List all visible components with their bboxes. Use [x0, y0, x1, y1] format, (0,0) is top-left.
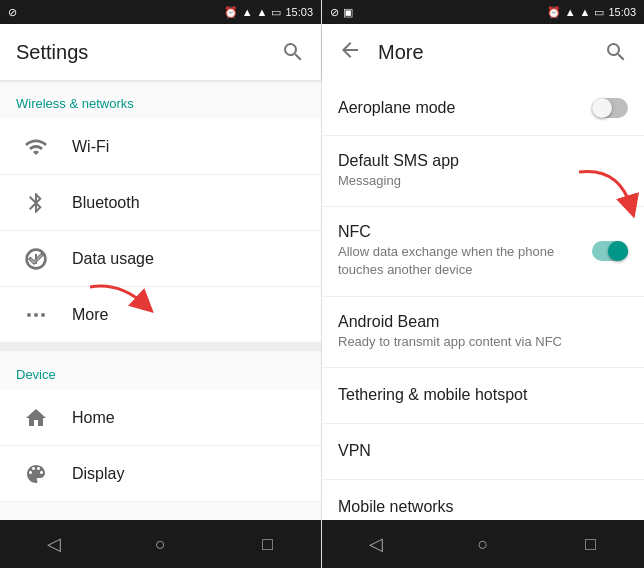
mobile-networks-text: Mobile networks	[338, 498, 628, 516]
more-icon	[16, 295, 56, 335]
vpn-item[interactable]: VPN	[322, 424, 644, 480]
wifi-text: Wi-Fi	[72, 138, 305, 156]
wifi-title: Wi-Fi	[72, 138, 305, 156]
mobile-networks-title: Mobile networks	[338, 498, 628, 516]
device-separator	[0, 343, 321, 351]
nfc-text: NFC Allow data exchange when the phone t…	[338, 223, 592, 279]
sidebar-item-bluetooth[interactable]: Bluetooth	[0, 175, 321, 231]
status-bar-right: ⊘ ▣ ⏰ ▲ ▲ ▭ 15:03	[322, 0, 644, 24]
nfc-toggle-thumb	[608, 241, 628, 261]
right-panel: ⊘ ▣ ⏰ ▲ ▲ ▭ 15:03 More Aeroplane	[322, 0, 644, 568]
battery-icon-r: ▭	[594, 6, 604, 19]
vpn-text: VPN	[338, 442, 628, 460]
wifi-status-icon-r: ▲	[565, 6, 576, 18]
back-button-toolbar[interactable]	[338, 38, 362, 67]
sidebar-item-data-usage[interactable]: Data usage	[0, 231, 321, 287]
status-bar-right-icons: ⏰ ▲ ▲ ▭ 15:03	[224, 6, 313, 19]
left-toolbar: Settings	[0, 24, 321, 80]
time-left: 15:03	[285, 6, 313, 18]
sms-text: Default SMS app Messaging	[338, 152, 628, 190]
right-content: Aeroplane mode Default SMS app Messaging…	[322, 80, 644, 520]
status-bar-right-right-icons: ⏰ ▲ ▲ ▭ 15:03	[547, 6, 636, 19]
bluetooth-text: Bluetooth	[72, 194, 305, 212]
recent-button-right[interactable]: □	[570, 524, 610, 564]
status-bar-left: ⊘ ⏰ ▲ ▲ ▭ 15:03	[0, 0, 321, 24]
mobile-networks-item[interactable]: Mobile networks	[322, 480, 644, 520]
android-beam-text: Android Beam Ready to transmit app conte…	[338, 313, 628, 351]
aeroplane-text: Aeroplane mode	[338, 99, 592, 117]
home-icon	[16, 398, 56, 438]
notification-icon: ⊘	[8, 6, 17, 19]
aeroplane-toggle[interactable]	[592, 98, 628, 118]
nfc-item[interactable]: NFC Allow data exchange when the phone t…	[322, 207, 644, 296]
search-button-right[interactable]	[604, 40, 628, 64]
right-toolbar: More	[322, 24, 644, 80]
vpn-title: VPN	[338, 442, 628, 460]
signal-icon: ▲	[257, 6, 268, 18]
data-usage-title: Data usage	[72, 250, 305, 268]
wireless-section-header: Wireless & networks	[0, 80, 321, 119]
svg-point-2	[41, 313, 45, 317]
aeroplane-item[interactable]: Aeroplane mode	[322, 80, 644, 136]
android-beam-subtitle: Ready to transmit app content via NFC	[338, 333, 628, 351]
display-text: Display	[72, 465, 305, 483]
back-button-left[interactable]: ◁	[34, 524, 74, 564]
sidebar-item-more[interactable]: More	[0, 287, 321, 343]
left-panel: ⊘ ⏰ ▲ ▲ ▭ 15:03 Settings Wireless & netw…	[0, 0, 322, 568]
aeroplane-title: Aeroplane mode	[338, 99, 592, 117]
sidebar-item-display[interactable]: Display	[0, 446, 321, 502]
left-content: Wireless & networks Wi-Fi Bluetooth	[0, 80, 321, 520]
battery-icon: ▭	[271, 6, 281, 19]
alarm-icon: ⏰	[224, 6, 238, 19]
nfc-subtitle: Allow data exchange when the phone touch…	[338, 243, 592, 279]
tethering-title: Tethering & mobile hotspot	[338, 386, 628, 404]
recent-button-left[interactable]: □	[248, 524, 288, 564]
bluetooth-title: Bluetooth	[72, 194, 305, 212]
alarm-icon-r: ⏰	[547, 6, 561, 19]
device-section-header: Device	[0, 351, 321, 390]
android-beam-title: Android Beam	[338, 313, 628, 331]
right-nav-bar: ◁ ○ □	[322, 520, 644, 568]
left-nav-bar: ◁ ○ □	[0, 520, 321, 568]
wifi-status-icon: ▲	[242, 6, 253, 18]
home-text: Home	[72, 409, 305, 427]
svg-point-0	[27, 313, 31, 317]
status-bar-right-left-icons: ⊘ ▣	[330, 6, 353, 19]
time-right: 15:03	[608, 6, 636, 18]
image-icon-r: ▣	[343, 6, 353, 19]
sidebar-item-wifi[interactable]: Wi-Fi	[0, 119, 321, 175]
search-button[interactable]	[281, 40, 305, 64]
display-title: Display	[72, 465, 305, 483]
tethering-text: Tethering & mobile hotspot	[338, 386, 628, 404]
signal-icon-r: ▲	[580, 6, 591, 18]
sms-title: Default SMS app	[338, 152, 628, 170]
more-page-title: More	[378, 41, 604, 64]
home-title: Home	[72, 409, 305, 427]
settings-title: Settings	[16, 41, 281, 64]
search-icon	[281, 40, 305, 64]
data-usage-text: Data usage	[72, 250, 305, 268]
aeroplane-toggle-thumb	[592, 98, 612, 118]
wifi-icon	[16, 127, 56, 167]
home-button-right[interactable]: ○	[463, 524, 503, 564]
bluetooth-icon	[16, 183, 56, 223]
status-bar-left-icons: ⊘	[8, 6, 17, 19]
sidebar-item-home[interactable]: Home	[0, 390, 321, 446]
svg-point-1	[34, 313, 38, 317]
nfc-toggle[interactable]	[592, 241, 628, 261]
display-icon	[16, 454, 56, 494]
more-title: More	[72, 306, 305, 324]
sms-item[interactable]: Default SMS app Messaging	[322, 136, 644, 207]
nfc-title: NFC	[338, 223, 592, 241]
tethering-item[interactable]: Tethering & mobile hotspot	[322, 368, 644, 424]
more-text: More	[72, 306, 305, 324]
data-usage-icon	[16, 239, 56, 279]
sms-subtitle: Messaging	[338, 172, 628, 190]
back-button-right[interactable]: ◁	[356, 524, 396, 564]
notification-icon-r: ⊘	[330, 6, 339, 19]
android-beam-item[interactable]: Android Beam Ready to transmit app conte…	[322, 297, 644, 368]
home-button-left[interactable]: ○	[141, 524, 181, 564]
